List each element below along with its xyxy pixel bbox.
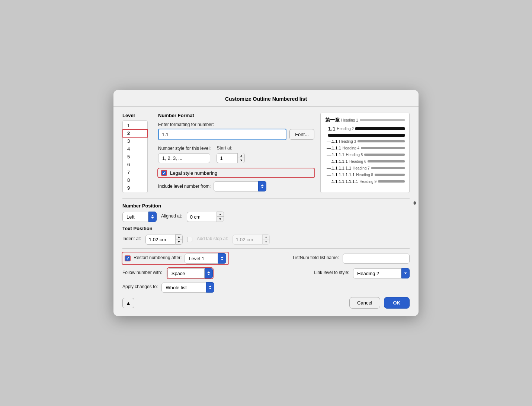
- aligned-at-input[interactable]: [187, 212, 217, 222]
- level-label: Level: [122, 113, 152, 118]
- restart-down-icon: [221, 259, 224, 260]
- dialog: Customize Outline Numbered list Level 1 …: [113, 90, 419, 316]
- link-down-icon: [404, 273, 407, 274]
- tab-up-btn[interactable]: ▲: [263, 235, 269, 239]
- up-button[interactable]: ▲: [122, 298, 134, 308]
- restart-checkmark-icon: ✓: [126, 256, 129, 261]
- include-label: Include level number from:: [158, 184, 211, 189]
- aligned-down-btn[interactable]: ▼: [217, 217, 224, 222]
- text-position-label: Text Position: [122, 226, 410, 231]
- number-position-label: Number Position: [122, 203, 410, 209]
- link-select[interactable]: Heading 2: [353, 268, 401, 278]
- tab-stop-label: Add tab stop at:: [197, 236, 228, 241]
- preview-num-4: —.1.1: [327, 139, 337, 144]
- include-select-wrapper: [214, 181, 266, 191]
- preview-bar-9: [375, 174, 405, 176]
- number-style-select[interactable]: 1, 2, 3, ...: [158, 153, 210, 163]
- level-item-6[interactable]: 6: [123, 161, 147, 168]
- indent-input[interactable]: [145, 235, 175, 245]
- indent-down-btn[interactable]: ▼: [176, 239, 182, 244]
- preview-heading-10: Heading 9: [359, 180, 376, 184]
- legal-numbering-checkbox[interactable]: ✓: [161, 170, 167, 176]
- tab-stop-checkbox[interactable]: [187, 237, 192, 242]
- alignment-wrapper: Left: [122, 212, 157, 222]
- apply-select[interactable]: Whole list: [161, 283, 206, 293]
- preview-heading-7: Heading 6: [349, 160, 366, 164]
- preview-bar-2: [355, 127, 405, 130]
- preview-row-10: —.1.1.1.1.1.1.1.1 Heading 9: [325, 179, 405, 184]
- preview-num-2: 1.1: [328, 126, 335, 132]
- preview-heading-9: Heading 8: [356, 173, 373, 177]
- preview-row-8: —.1.1.1.1.1.1 Heading 7: [325, 166, 405, 170]
- link-arrow-btn[interactable]: [401, 268, 410, 278]
- preview-num-9: —.1.1.1.1.1.1.1: [327, 173, 355, 177]
- preview-row-2: 1.1 Heading 2: [325, 126, 405, 132]
- preview-heading-5: Heading 4: [343, 146, 360, 150]
- level-list: 1 2 3 4 5 6 7 8 9: [122, 120, 148, 193]
- preview-row-7: —.1.1.1.1.1 Heading 6: [325, 159, 405, 164]
- listnum-input[interactable]: [343, 254, 410, 264]
- preview-bar-3: [328, 134, 405, 137]
- font-button[interactable]: Font...: [289, 129, 314, 140]
- dialog-title: Customize Outline Numbered list: [113, 90, 419, 107]
- level-item-7[interactable]: 7: [123, 168, 147, 176]
- restart-arrow-btn[interactable]: [218, 253, 226, 264]
- level-item-4[interactable]: 4: [123, 145, 147, 153]
- preview-bar-8: [371, 167, 405, 169]
- preview-num-1: 第一章: [325, 117, 340, 123]
- apply-select-wrapper: Whole list: [161, 282, 214, 293]
- preview-bar-6: [364, 154, 405, 156]
- aligned-up-btn[interactable]: ▲: [217, 212, 224, 217]
- legal-numbering-label: Legal style numbering: [170, 170, 217, 176]
- preview-heading-4: Heading 3: [339, 139, 356, 144]
- ok-button[interactable]: OK: [384, 297, 410, 309]
- link-select-wrapper: Heading 2: [353, 268, 410, 278]
- preview-heading-1: Heading 1: [341, 118, 358, 122]
- apply-label: Apply changes to:: [122, 284, 158, 289]
- preview-panel: 第一章 Heading 1 1.1 Heading 2 —.1.1 He: [320, 113, 410, 193]
- style-label: Number style for this level:: [158, 146, 211, 151]
- indent-up-btn[interactable]: ▲: [176, 235, 182, 239]
- apply-up-icon: [209, 286, 212, 287]
- start-at-input[interactable]: [217, 153, 237, 163]
- level-item-8[interactable]: 8: [123, 176, 147, 184]
- start-down-btn[interactable]: ▼: [238, 158, 244, 163]
- alignment-arrow-btn[interactable]: [148, 212, 157, 222]
- follow-arrow-btn[interactable]: [205, 268, 213, 278]
- restart-select[interactable]: Level 1: [185, 254, 218, 264]
- level-item-3[interactable]: 3: [123, 137, 147, 145]
- preview-heading-6: Heading 5: [346, 153, 363, 157]
- level-item-9[interactable]: 9: [123, 184, 147, 192]
- restart-row: ✓ Restart numbering after: Level 1: [122, 252, 228, 264]
- alignment-select[interactable]: Left: [122, 212, 148, 222]
- level-item-1[interactable]: 1: [123, 122, 147, 129]
- preview-bar-7: [368, 160, 405, 162]
- level-item-5[interactable]: 5: [123, 153, 147, 161]
- preview-num-10: —.1.1.1.1.1.1.1.1: [327, 179, 358, 184]
- cancel-button[interactable]: Cancel: [349, 297, 380, 309]
- link-label: Link level to style:: [314, 270, 349, 275]
- listnum-label: ListNum field list name:: [293, 255, 339, 260]
- start-up-btn[interactable]: ▲: [238, 153, 244, 158]
- include-arrow-btn[interactable]: [258, 181, 266, 191]
- preview-row-3: [328, 134, 405, 137]
- preview-bar-5: [361, 147, 405, 149]
- include-select[interactable]: [214, 181, 258, 191]
- preview-num-7: —.1.1.1.1.1: [327, 159, 348, 164]
- follow-select[interactable]: Space: [167, 268, 205, 278]
- apply-arrow-btn[interactable]: [206, 282, 214, 293]
- checkmark-icon: ✓: [163, 171, 166, 175]
- restart-checkbox[interactable]: ✓: [125, 255, 131, 261]
- level-item-2[interactable]: 2: [123, 129, 147, 137]
- preview-heading-8: Heading 7: [353, 166, 370, 170]
- tab-stop-input[interactable]: [233, 235, 262, 245]
- follow-row: Space: [167, 268, 213, 278]
- format-input[interactable]: [158, 129, 286, 140]
- align-down-icon: [151, 217, 154, 219]
- align-up-icon: [151, 215, 154, 216]
- preview-row-4: —.1.1 Heading 3: [325, 139, 405, 144]
- tab-down-btn[interactable]: ▼: [263, 239, 269, 244]
- aligned-at-label: Aligned at:: [161, 213, 182, 219]
- preview-num-6: —.1.1.1.1: [327, 152, 344, 157]
- arrow-up-icon: [261, 184, 264, 186]
